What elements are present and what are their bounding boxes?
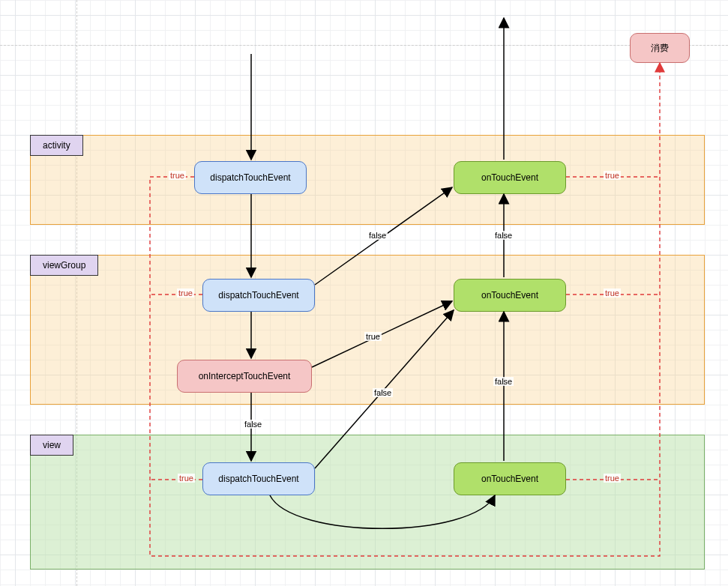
node-view-dispatch[interactable]: dispatchTouchEvent [202,462,315,495]
edge-label: true [177,289,194,297]
node-viewgroup-ontouch[interactable]: onTouchEvent [454,279,566,312]
lane-label-view: view [30,435,73,456]
edge-label: false [243,420,263,429]
edge-label: true [169,171,186,180]
lane-viewgroup: viewGroup [30,255,705,405]
lane-view: view [30,435,705,570]
edge-label: false [373,388,393,397]
lane-label-viewgroup: viewGroup [30,255,98,276]
edge-label: false [367,231,388,240]
lane-label-activity: activity [30,135,83,156]
lane-activity: activity [30,135,705,225]
node-view-ontouch[interactable]: onTouchEvent [454,462,566,495]
edge-label: true [604,171,621,180]
edge-label: false [493,377,514,386]
node-activity-dispatch[interactable]: dispatchTouchEvent [194,161,307,194]
node-activity-ontouch[interactable]: onTouchEvent [454,161,566,194]
node-consume[interactable]: 消费 [630,33,690,63]
edge-label: true [364,332,382,341]
node-viewgroup-intercept[interactable]: onInterceptTouchEvent [177,360,312,393]
node-viewgroup-dispatch[interactable]: dispatchTouchEvent [202,279,315,312]
edge-label: true [604,474,621,483]
edge-label: false [493,231,514,240]
diagram-canvas[interactable]: activity viewGroup view dispatchTouchEve… [0,0,728,586]
edge-label: true [178,474,195,483]
edge-label: true [604,289,621,297]
